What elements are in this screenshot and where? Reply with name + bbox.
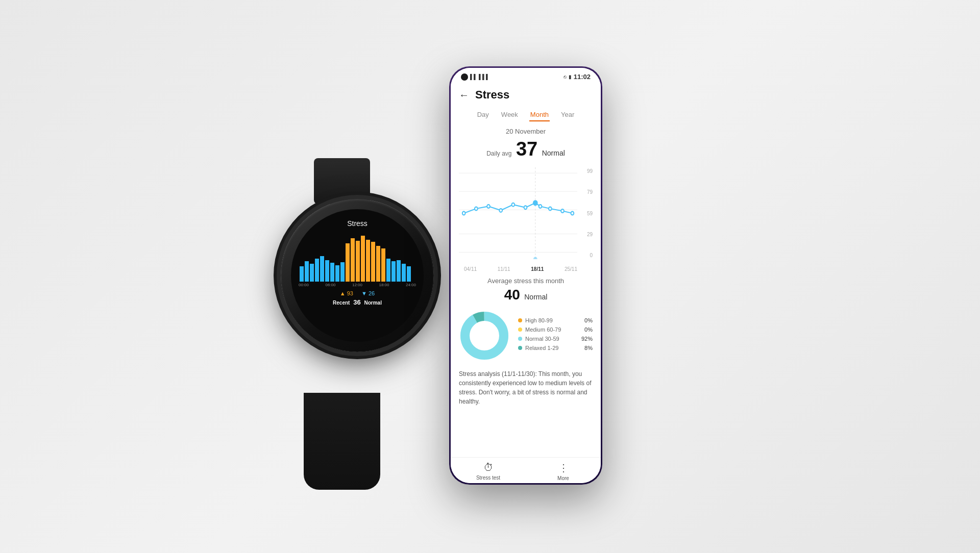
avg-section-label: Average stress this month <box>459 277 593 285</box>
svg-rect-2 <box>310 264 314 282</box>
svg-rect-1 <box>305 261 309 282</box>
y-label-29: 29 <box>580 232 593 237</box>
bottom-nav: ⏱ Stress test ⋮ More <box>451 457 601 483</box>
svg-rect-9 <box>346 243 350 282</box>
watch-recent-label: Recent <box>333 300 350 306</box>
bluetooth-icon: ⎋ <box>564 74 567 80</box>
watch-time-4: 24:00 <box>406 283 416 287</box>
chart-svg <box>459 167 577 259</box>
watch-recent-value: 36 <box>353 298 360 306</box>
watch-high-icon: ▲ <box>340 290 346 296</box>
battery-icon: ▮ <box>569 74 572 80</box>
svg-point-33 <box>524 206 527 209</box>
svg-rect-20 <box>402 264 406 282</box>
watch-time-0: 00:00 <box>299 283 309 287</box>
legend-dot-relaxed <box>518 346 522 350</box>
stress-test-icon: ⏱ <box>483 462 494 473</box>
svg-rect-21 <box>407 266 411 282</box>
date-label: 20 November <box>459 128 593 135</box>
legend-pct-relaxed: 8% <box>584 345 593 351</box>
legend-relaxed: Relaxed 1-29 8% <box>518 345 593 351</box>
app-header: ← Stress <box>459 83 593 109</box>
svg-rect-14 <box>371 242 375 282</box>
app-title: Stress <box>475 88 509 102</box>
tab-day[interactable]: Day <box>476 109 490 121</box>
watch-stats: ▲ 93 ▼ 26 <box>340 290 375 296</box>
watch-low-value: 26 <box>369 290 375 296</box>
smartwatch: Stress <box>265 199 449 413</box>
watch-time-labels: 00:00 06:00 12:00 18:00 24:00 <box>299 283 416 287</box>
phone-inner: ▌▌ ▌▌▌ ⎋ ▮ 11:02 ← Stress Day <box>451 68 601 483</box>
y-label-59: 59 <box>580 211 593 216</box>
svg-rect-5 <box>325 260 329 282</box>
legend-label-medium: Medium 60-79 <box>525 326 581 333</box>
nav-stress-test[interactable]: ⏱ Stress test <box>451 462 526 481</box>
svg-point-31 <box>499 209 502 212</box>
watch-high-value: 93 <box>347 290 353 296</box>
svg-point-38 <box>571 212 574 215</box>
watch-strap-top <box>314 158 370 204</box>
avg-value: 40 <box>504 287 520 303</box>
svg-point-36 <box>549 207 552 211</box>
svg-point-32 <box>511 203 514 207</box>
daily-avg-label: Daily avg <box>486 150 511 157</box>
y-label-79: 79 <box>580 189 593 195</box>
legend-medium: Medium 60-79 0% <box>518 326 593 333</box>
svg-point-41 <box>465 316 504 355</box>
stress-chart: 99 79 59 29 0 <box>459 167 593 259</box>
svg-rect-18 <box>391 261 396 282</box>
tab-year[interactable]: Year <box>560 109 575 121</box>
nav-more[interactable]: ⋮ More <box>526 462 601 481</box>
stress-test-label: Stress test <box>476 475 500 481</box>
svg-point-39 <box>533 257 537 260</box>
svg-rect-16 <box>381 248 385 282</box>
svg-point-35 <box>539 205 542 208</box>
donut-chart <box>459 310 510 361</box>
watch-strap-bottom <box>304 393 380 490</box>
svg-point-34 <box>533 200 537 205</box>
legend-dot-high <box>518 318 522 322</box>
breakdown-legend: High 80-99 0% Medium 60-79 0% Normal 30-… <box>518 317 593 354</box>
x-label-1111: 11/11 <box>498 266 510 272</box>
phone: ▌▌ ▌▌▌ ⎋ ▮ 11:02 ← Stress Day <box>449 66 602 485</box>
watch-chart <box>299 231 416 282</box>
legend-pct-high: 0% <box>584 317 593 323</box>
watch-time-3: 18:00 <box>379 283 389 287</box>
daily-avg-section: Daily avg 37 Normal <box>459 138 593 160</box>
watch-app-title: Stress <box>347 219 368 228</box>
watch-recent: Recent 36 Normal <box>333 298 382 306</box>
breakdown-container: High 80-99 0% Medium 60-79 0% Normal 30-… <box>459 310 593 361</box>
watch-case: Stress <box>281 199 434 352</box>
tab-month[interactable]: Month <box>529 109 550 121</box>
x-label-0411: 04/11 <box>464 266 477 272</box>
svg-rect-7 <box>335 265 339 282</box>
svg-rect-15 <box>376 246 380 282</box>
back-button[interactable]: ← <box>459 89 469 101</box>
svg-point-29 <box>475 207 478 211</box>
legend-dot-normal <box>518 337 522 341</box>
analysis-text: Stress analysis (11/1-11/30): This month… <box>459 369 593 406</box>
x-label-1811: 18/11 <box>531 266 544 272</box>
svg-rect-13 <box>366 240 370 282</box>
svg-point-37 <box>561 209 564 213</box>
watch-time-1: 06:00 <box>325 283 335 287</box>
y-label-99: 99 <box>580 168 593 174</box>
daily-avg-status: Normal <box>542 149 565 157</box>
x-label-2511: 25/11 <box>565 266 577 272</box>
svg-rect-12 <box>361 236 365 282</box>
status-bar: ▌▌ ▌▌▌ ⎋ ▮ 11:02 <box>451 68 601 83</box>
camera-dot <box>461 73 468 81</box>
watch-stat-high: ▲ 93 <box>340 290 353 296</box>
svg-rect-3 <box>315 259 319 282</box>
status-left: ▌▌ ▌▌▌ <box>461 73 489 81</box>
legend-normal: Normal 30-59 92% <box>518 336 593 342</box>
status-icons: ⎋ ▮ 11:02 <box>564 73 591 81</box>
svg-point-30 <box>487 205 490 208</box>
app-content[interactable]: ← Stress Day Week Month Year 20 November… <box>451 83 601 457</box>
avg-section: Average stress this month 40 Normal <box>459 277 593 303</box>
legend-label-high: High 80-99 <box>525 317 581 323</box>
svg-rect-19 <box>397 260 401 282</box>
status-time: 11:02 <box>574 73 591 81</box>
chart-y-labels: 99 79 59 29 0 <box>580 167 593 259</box>
tab-week[interactable]: Week <box>500 109 519 121</box>
